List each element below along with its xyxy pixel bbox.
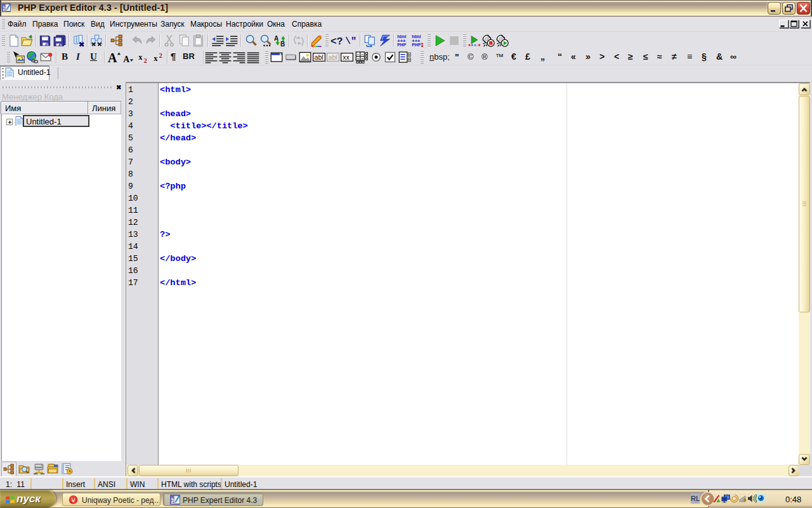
svg-text:PHP: PHP bbox=[412, 43, 421, 47]
svg-text:abl: abl bbox=[315, 53, 324, 61]
svg-text:A: A bbox=[123, 55, 129, 64]
svg-text:<?: <? bbox=[331, 36, 343, 47]
svg-text:x: x bbox=[138, 53, 143, 62]
svg-text:2: 2 bbox=[143, 57, 147, 64]
svg-text:PhP: PhP bbox=[3, 6, 6, 11]
svg-text:B: B bbox=[280, 41, 285, 47]
svg-text:A: A bbox=[108, 51, 117, 64]
svg-text:PHP: PHP bbox=[397, 43, 406, 47]
svg-text:x: x bbox=[154, 54, 158, 63]
svg-text:\": \" bbox=[345, 36, 357, 47]
svg-text:abl: abl bbox=[329, 53, 337, 61]
svg-text:xx: xx bbox=[343, 53, 350, 61]
svg-text:2: 2 bbox=[159, 52, 162, 59]
svg-text:PhP: PhP bbox=[171, 497, 174, 504]
